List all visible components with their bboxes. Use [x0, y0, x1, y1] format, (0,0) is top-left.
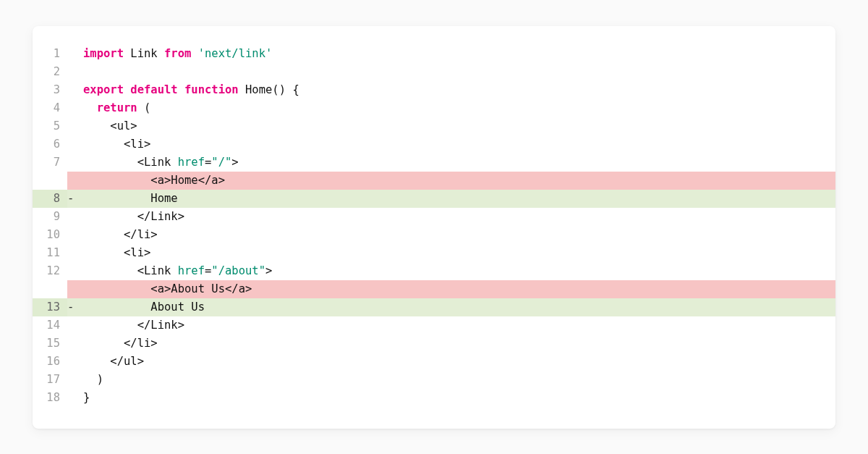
code-line: 2	[33, 63, 835, 81]
tag-name: ul	[124, 355, 137, 368]
code-content: <ul>	[83, 117, 835, 135]
attr-name: href	[178, 156, 205, 169]
diff-marker	[67, 81, 83, 99]
indent	[83, 355, 110, 368]
diff-marker	[67, 45, 83, 63]
diff-marker	[67, 154, 83, 172]
code-line: 12 <Link href="/about">	[33, 262, 835, 280]
punct: }	[83, 391, 90, 404]
code-line-added: 8 - Home	[33, 190, 835, 208]
line-number: 15	[33, 335, 67, 353]
code-content: <Link href="/about">	[83, 262, 835, 280]
tag-name: Link	[144, 264, 171, 277]
diff-marker	[67, 226, 83, 244]
diff-marker: -	[67, 298, 83, 316]
code-content: export default function Home() {	[83, 81, 835, 99]
line-number: 6	[33, 135, 67, 154]
line-number: 12	[33, 262, 67, 280]
tag-open: </	[198, 174, 212, 187]
text: About Us	[171, 282, 225, 295]
keyword: import	[83, 47, 124, 60]
diff-marker	[67, 316, 83, 335]
attr-value: "/about"	[211, 264, 265, 277]
indent	[83, 138, 124, 151]
diff-marker	[67, 135, 83, 154]
punct: (	[272, 83, 278, 96]
diff-marker	[67, 389, 83, 407]
text: About Us	[150, 300, 205, 314]
line-number: 11	[33, 244, 67, 262]
code-content: <a>About Us</a>	[83, 280, 835, 298]
code-line: 6 <li>	[33, 135, 835, 154]
code-content: </Link>	[83, 208, 835, 226]
tag-name: li	[137, 228, 151, 241]
diff-marker	[67, 208, 83, 226]
line-number: 2	[33, 63, 67, 81]
tag-open: <	[137, 264, 144, 277]
indent	[83, 282, 150, 295]
punct: =	[205, 264, 211, 277]
tag-name: li	[137, 337, 151, 350]
tag-close: >	[231, 156, 238, 169]
diff-marker	[67, 371, 83, 389]
tag-name: Link	[144, 156, 171, 169]
code-line: 10 </li>	[33, 226, 835, 244]
code-line: 18 }	[33, 389, 835, 407]
code-content: return (	[83, 99, 835, 117]
diff-marker	[67, 244, 83, 262]
tag-close: >	[245, 282, 252, 295]
code-line-removed: <a>Home</a>	[33, 172, 835, 190]
line-number: 13	[33, 298, 67, 316]
code-content	[83, 63, 835, 81]
keyword: export	[83, 83, 124, 96]
tag-open: </	[137, 319, 151, 332]
diff-marker	[67, 280, 83, 298]
tag-name: Link	[150, 319, 177, 332]
indent	[83, 101, 97, 114]
tag-close: >	[150, 337, 157, 350]
indent	[83, 246, 124, 259]
indent	[83, 337, 124, 350]
line-number: 9	[33, 208, 67, 226]
code-line: 11 <li>	[33, 244, 835, 262]
attr-value: "/"	[211, 156, 231, 169]
line-number	[33, 172, 67, 190]
code-content: </li>	[83, 335, 835, 353]
tag-open: <	[110, 119, 116, 133]
code-line: 16 </ul>	[33, 353, 835, 371]
keyword: default	[130, 83, 177, 96]
code-content: }	[83, 389, 835, 407]
tag-open: <	[150, 174, 157, 187]
line-number: 1	[33, 45, 67, 63]
tag-close: >	[178, 210, 184, 223]
diff-marker	[67, 117, 83, 135]
identifier: Home	[245, 83, 272, 96]
code-line: 15 </li>	[33, 335, 835, 353]
code-content: </ul>	[83, 353, 835, 371]
indent	[83, 264, 137, 277]
line-number: 5	[33, 117, 67, 135]
line-number: 8	[33, 190, 67, 208]
indent	[83, 228, 124, 241]
code-content: )	[83, 371, 835, 389]
tag-close: >	[178, 319, 184, 332]
tag-name: li	[130, 246, 144, 259]
string: 'next/link'	[198, 47, 273, 60]
tag-close: >	[137, 355, 144, 368]
code-line: 3 export default function Home() {	[33, 81, 835, 99]
tag-open: <	[150, 282, 157, 295]
code-content: import Link from 'next/link'	[83, 45, 835, 63]
tag-open: </	[137, 210, 151, 223]
tag-name: a	[211, 174, 218, 187]
indent	[83, 174, 150, 187]
code-content: <Link href="/">	[83, 154, 835, 172]
tag-close: >	[150, 228, 157, 241]
text: Home	[171, 174, 197, 187]
tag-open: </	[110, 355, 124, 368]
code-content: <a>Home</a>	[83, 172, 835, 190]
line-number: 4	[33, 99, 67, 117]
code-line: 7 <Link href="/">	[33, 154, 835, 172]
tag-name: a	[158, 174, 164, 187]
indent	[83, 373, 97, 386]
tag-close: >	[218, 174, 225, 187]
